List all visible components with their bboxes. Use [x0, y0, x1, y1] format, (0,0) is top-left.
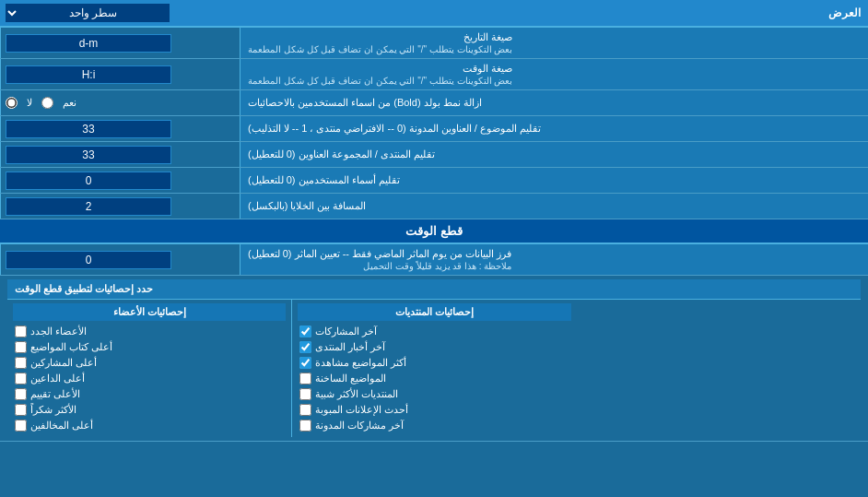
checkbox-item: الأكثر شكراً	[13, 402, 286, 418]
checkbox-item: المنتديات الأكثر شبية	[298, 386, 570, 402]
page-title: العرض	[240, 3, 868, 23]
bold-remove-radio-group: نعم لا	[6, 97, 76, 109]
checkbox-a3la-da3een[interactable]	[15, 373, 27, 385]
checkbox-item: آخر مشاركات المدونة	[298, 418, 570, 433]
checkbox-label: الأعلى تقييم	[30, 388, 80, 400]
checkbox-label: أعلى الداعين	[30, 373, 85, 385]
date-format-row: صيغة التاريخ بعض التكوينات يتطلب "/" الت…	[0, 28, 868, 59]
checkbox-akhir-mosharkaat-madawana[interactable]	[299, 420, 311, 432]
checkbox-label: آخر مشاركات المدونة	[315, 420, 404, 432]
cut-time-days-row: فرز البيانات من يوم الماثر الماضي فقط --…	[0, 244, 868, 276]
checkbox-label: آخر المشاركات	[315, 325, 377, 337]
header-row: العرض سطر واحد سطران ثلاثة أسطر	[0, 0, 868, 28]
checkbox-label: أحدث الإعلانات المبوبة	[315, 404, 408, 416]
checkbox-label: آخر أخبار المنتدى	[315, 341, 385, 353]
topic-titles-input[interactable]	[6, 120, 171, 138]
checkbox-label: أعلى كتاب المواضيع	[30, 341, 112, 353]
checkboxes-title: حدد إحصائيات لتطبيق قطع الوقت	[7, 279, 861, 300]
cut-time-section-header: قطع الوقت	[0, 219, 868, 244]
bold-remove-label: ازالة نمط بولد (Bold) من اسماء المستخدمي…	[240, 90, 868, 115]
checkbox-label: الأعضاء الجدد	[30, 325, 87, 337]
checkbox-muntadyat-akthar[interactable]	[299, 388, 311, 400]
checkboxes-col2: إحصائيات المنتديات آخر المشاركات آخر أخب…	[291, 300, 576, 437]
checkbox-label: أكثر المواضيع مشاهدة	[315, 357, 406, 369]
checkbox-mawadee3-sakhna[interactable]	[299, 373, 311, 385]
checkbox-label: أعلى المخالفين	[30, 420, 93, 432]
checkbox-akthar-mawadee3[interactable]	[299, 357, 311, 369]
cut-time-days-input-area	[0, 244, 240, 275]
checkboxes-col3: إحصائيات الأعضاء الأعضاء الجدد أعلى كتاب…	[7, 300, 291, 437]
time-format-label: صيغة الوقت بعض التكوينات يتطلب "/" التي …	[240, 59, 868, 89]
usernames-trim-label: تقليم أسماء المستخدمين (0 للتعطيل)	[240, 168, 868, 193]
checkbox-label: الأكثر شكراً	[30, 404, 76, 416]
forum-titles-input[interactable]	[6, 146, 171, 164]
time-format-input[interactable]	[6, 65, 171, 84]
usernames-trim-input[interactable]	[6, 172, 171, 190]
radio-yes-label: نعم	[63, 97, 76, 109]
checkbox-label: المنتديات الأكثر شبية	[315, 388, 398, 400]
usernames-trim-row: تقليم أسماء المستخدمين (0 للتعطيل)	[0, 168, 868, 194]
checkbox-akhir-akhbar[interactable]	[299, 341, 311, 353]
checkboxes-grid: إحصائيات المنتديات آخر المشاركات آخر أخب…	[7, 300, 861, 437]
checkbox-item: الأعضاء الجدد	[13, 324, 286, 339]
checkboxes-empty-col	[577, 300, 861, 437]
radio-no-label: لا	[27, 97, 32, 109]
checkboxes-section: حدد إحصائيات لتطبيق قطع الوقت إحصائيات ا…	[0, 276, 868, 442]
cut-time-days-label: فرز البيانات من يوم الماثر الماضي فقط --…	[240, 244, 868, 275]
date-format-input[interactable]	[6, 34, 171, 53]
date-format-label: صيغة التاريخ بعض التكوينات يتطلب "/" الت…	[240, 28, 868, 58]
checkbox-item: آخر أخبار المنتدى	[298, 339, 570, 355]
date-format-input-area	[0, 28, 240, 58]
checkbox-item: المواضيع الساخنة	[298, 371, 570, 386]
checkbox-item: أعلى الداعين	[13, 371, 286, 386]
checkbox-item: أكثر المواضيع مشاهدة	[298, 355, 570, 371]
checkbox-item: آخر المشاركات	[298, 324, 570, 339]
radio-yes[interactable]	[41, 97, 53, 109]
checkbox-a3la-taqyeem[interactable]	[15, 388, 27, 400]
checkbox-ahdath-i3lanat[interactable]	[299, 404, 311, 416]
cut-time-days-input[interactable]	[6, 251, 171, 269]
forum-titles-input-area	[0, 142, 240, 167]
display-mode-select[interactable]: سطر واحد سطران ثلاثة أسطر	[5, 3, 170, 23]
checkbox-a3daa-jodod[interactable]	[15, 325, 27, 337]
checkbox-item: الأعلى تقييم	[13, 386, 286, 402]
forum-titles-label: تقليم المنتدى / المجموعة العناوين (0 للت…	[240, 142, 868, 167]
radio-no[interactable]	[6, 97, 18, 109]
cell-spacing-label: المسافة بين الخلايا (بالبكسل)	[240, 194, 868, 219]
checkbox-item: أحدث الإعلانات المبوبة	[298, 402, 570, 418]
topic-titles-input-area	[0, 116, 240, 141]
header-input-area: سطر واحد سطران ثلاثة أسطر	[0, 0, 240, 26]
main-container: العرض سطر واحد سطران ثلاثة أسطر صيغة الت…	[0, 0, 868, 442]
checkbox-akhir-mosharkaat[interactable]	[299, 325, 311, 337]
topic-titles-label: تقليم الموضوع / العناوين المدونة (0 -- ا…	[240, 116, 868, 141]
checkbox-item: أعلى المخالفين	[13, 418, 286, 433]
checkbox-label: أعلى المشاركين	[30, 357, 97, 369]
bold-remove-input-area: نعم لا	[0, 90, 240, 115]
forum-titles-row: تقليم المنتدى / المجموعة العناوين (0 للت…	[0, 142, 868, 168]
checkboxes-col3-header: إحصائيات الأعضاء	[13, 303, 286, 321]
topic-titles-row: تقليم الموضوع / العناوين المدونة (0 -- ا…	[0, 116, 868, 142]
checkbox-item: أعلى المشاركين	[13, 355, 286, 371]
checkboxes-col2-header: إحصائيات المنتديات	[298, 303, 570, 321]
checkbox-label: المواضيع الساخنة	[315, 373, 386, 385]
checkbox-a3la-mosharkeen[interactable]	[15, 357, 27, 369]
checkbox-a3la-kottab[interactable]	[15, 341, 27, 353]
time-format-row: صيغة الوقت بعض التكوينات يتطلب "/" التي …	[0, 59, 868, 90]
cell-spacing-input[interactable]	[6, 197, 171, 216]
checkbox-item: أعلى كتاب المواضيع	[13, 339, 286, 355]
usernames-trim-input-area	[0, 168, 240, 193]
checkbox-a3la-mokhalifeen[interactable]	[15, 420, 27, 432]
cell-spacing-row: المسافة بين الخلايا (بالبكسل)	[0, 194, 868, 219]
cell-spacing-input-area	[0, 194, 240, 219]
time-format-input-area	[0, 59, 240, 89]
bold-remove-row: ازالة نمط بولد (Bold) من اسماء المستخدمي…	[0, 90, 868, 116]
checkbox-akthar-shokran[interactable]	[15, 404, 27, 416]
